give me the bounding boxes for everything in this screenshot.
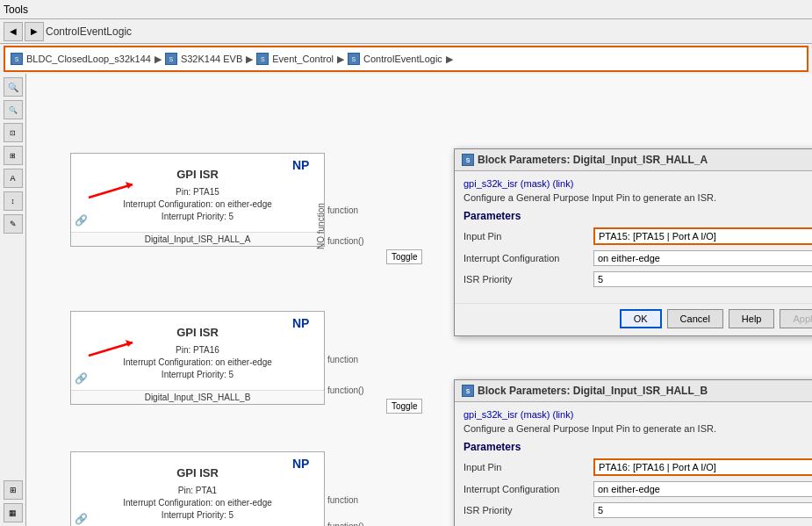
dialog1-interrupt-row: Interrupt Configuration on either-edge ▼ bbox=[463, 250, 812, 266]
dialog2-title: S Block Parameters: Digital_Input_ISR_HA… bbox=[462, 385, 708, 397]
dialog1-icon: S bbox=[462, 154, 474, 166]
block3-priority: Interrupt Priority: 5 bbox=[78, 509, 317, 522]
zoom-in-button[interactable]: 🔍 bbox=[4, 77, 23, 97]
toolbar-label: Tools bbox=[4, 4, 28, 16]
arrow-button[interactable]: ↕ bbox=[4, 191, 23, 211]
block3-title: GPI ISR bbox=[78, 466, 317, 479]
breadcrumb-item-1[interactable]: BLDC_ClosedLoop_s32k144 bbox=[26, 54, 151, 64]
dialog1-isr-dropdown[interactable]: 5 ▼ bbox=[593, 271, 812, 287]
block1-label: Digital_Input_ISR_HALL_A bbox=[71, 232, 324, 246]
zoom-out-button[interactable]: 🔍 bbox=[4, 100, 23, 119]
text-button[interactable]: A bbox=[4, 169, 23, 188]
dialog2-params-header: Parameters bbox=[463, 441, 812, 453]
fit-button[interactable]: ⊡ bbox=[4, 123, 23, 142]
block2-label: Digital_Input_ISR_HALL_B bbox=[71, 390, 324, 404]
dialog1-interrupt-dropdown[interactable]: on either-edge ▼ bbox=[593, 250, 812, 266]
breadcrumb: S BLDC_ClosedLoop_s32k144 ▶ S S32K144 EV… bbox=[4, 46, 808, 72]
block3-pin: Pin: PTA1 bbox=[78, 485, 317, 497]
dialog2-isr-label: ISR Priority bbox=[463, 505, 586, 515]
no-function-label: NO function bbox=[316, 162, 326, 249]
dialog1-input-pin-row: Input Pin PTA15: [PTA15 | Port A I/O] ▼ bbox=[463, 227, 812, 245]
breadcrumb-item-4[interactable]: ControlEventLogic bbox=[363, 54, 442, 64]
dialog2-body: gpi_s32k_isr (mask) (link) Configure a G… bbox=[455, 402, 812, 526]
toolbar: Tools bbox=[0, 0, 812, 19]
bottom-tool-1[interactable]: ⊞ bbox=[4, 480, 23, 500]
breadcrumb-icon-1: S bbox=[11, 53, 23, 65]
toggle-box-1: Toggle bbox=[386, 249, 422, 264]
dialog2-interrupt-control: on either-edge ▼ bbox=[593, 481, 812, 497]
dialog1-titlebar: S Block Parameters: Digital_Input_ISR_HA… bbox=[455, 149, 812, 171]
block3-interrupt: Interrupt Configuration: on either-edge bbox=[78, 497, 317, 509]
function-connector-3: function() bbox=[327, 522, 364, 526]
function-label-3: function bbox=[327, 495, 358, 505]
dialog2-input-pin-row: Input Pin PTA16: [PTA16 | Port A I/O] ▼ bbox=[463, 458, 812, 476]
nav-label: ControlEventLogic bbox=[46, 25, 132, 38]
dialog1-body: gpi_s32k_isr (mask) (link) Configure a G… bbox=[455, 171, 812, 299]
dialog2-input-pin-control: PTA16: [PTA16 | Port A I/O] ▼ bbox=[593, 458, 812, 476]
dialog2-isr-dropdown[interactable]: 5 ▼ bbox=[593, 502, 812, 518]
dialog1-interrupt-label: Interrupt Configuration bbox=[463, 253, 586, 263]
dialog2-input-pin-dropdown[interactable]: PTA16: [PTA16 | Port A I/O] ▼ bbox=[593, 458, 812, 476]
link-icon-3[interactable]: 🔗 bbox=[75, 513, 88, 525]
dialog-1: S Block Parameters: Digital_Input_ISR_HA… bbox=[454, 148, 812, 336]
link-icon-2[interactable]: 🔗 bbox=[75, 372, 88, 385]
dialog2-link[interactable]: gpi_s32k_isr (mask) (link) bbox=[463, 409, 812, 420]
dialog2-icon: S bbox=[462, 385, 474, 397]
svg-text:NP: NP bbox=[292, 158, 309, 172]
dialog1-help-button[interactable]: Help bbox=[729, 309, 775, 328]
bottom-tool-2[interactable]: ▦ bbox=[4, 503, 23, 522]
svg-text:NP: NP bbox=[292, 316, 309, 330]
dialog1-params-header: Parameters bbox=[463, 210, 812, 222]
block2-priority: Interrupt Priority: 5 bbox=[78, 369, 317, 381]
dialog2-interrupt-label: Interrupt Configuration bbox=[463, 484, 586, 494]
dialog1-ok-button[interactable]: OK bbox=[620, 309, 662, 328]
dialog2-interrupt-row: Interrupt Configuration on either-edge ▼ bbox=[463, 481, 812, 497]
block1-priority: Interrupt Priority: 5 bbox=[78, 211, 317, 223]
np-logo-2: NP bbox=[292, 315, 320, 334]
dialog1-buttons: OK Cancel Help Apply bbox=[455, 303, 812, 335]
function-connector-2: function() bbox=[327, 385, 364, 395]
dialog2-input-pin-label: Input Pin bbox=[463, 462, 586, 472]
dialog1-desc: Configure a General Purpose Input Pin to… bbox=[463, 192, 812, 203]
canvas: NP GPI ISR Pin: PTA15 Interrupt Configur… bbox=[26, 74, 812, 526]
nav-forward-button[interactable]: ▶ bbox=[25, 22, 44, 41]
dialog1-title: S Block Parameters: Digital_Input_ISR_HA… bbox=[462, 154, 708, 166]
dialog1-input-pin-control: PTA15: [PTA15 | Port A I/O] ▼ bbox=[593, 227, 812, 245]
breadcrumb-icon-4: S bbox=[348, 53, 360, 65]
dialog1-cancel-button[interactable]: Cancel bbox=[667, 309, 723, 328]
np-logo-3: NP bbox=[292, 456, 320, 474]
function-label-2: function bbox=[327, 355, 358, 364]
link-icon-1[interactable]: 🔗 bbox=[75, 214, 88, 227]
dialog1-apply-button[interactable]: Apply bbox=[780, 309, 812, 328]
breadcrumb-item-3[interactable]: Event_Control bbox=[272, 54, 334, 64]
red-arrow-1 bbox=[80, 171, 150, 206]
dialog1-isr-label: ISR Priority bbox=[463, 274, 586, 285]
dialog1-isr-control: 5 ▼ bbox=[593, 271, 812, 287]
svg-line-4 bbox=[89, 342, 133, 356]
red-arrow-2 bbox=[80, 329, 150, 364]
gpi-block-3: NP GPI ISR Pin: PTA1 Interrupt Configura… bbox=[70, 451, 325, 526]
dialog2-desc: Configure a General Purpose Input Pin to… bbox=[463, 423, 812, 434]
dialog1-isr-row: ISR Priority 5 ▼ bbox=[463, 271, 812, 287]
dialog1-input-pin-dropdown[interactable]: PTA15: [PTA15 | Port A I/O] ▼ bbox=[593, 227, 812, 245]
breadcrumb-icon-2: S bbox=[165, 53, 177, 65]
function-label-1: function bbox=[327, 205, 358, 215]
svg-line-1 bbox=[89, 184, 133, 198]
dialog2-isr-control: 5 ▼ bbox=[593, 502, 812, 518]
dialog2-interrupt-dropdown[interactable]: on either-edge ▼ bbox=[593, 481, 812, 497]
grid-button[interactable]: ⊞ bbox=[4, 146, 23, 165]
dialog1-link[interactable]: gpi_s32k_isr (mask) (link) bbox=[463, 178, 812, 189]
dialog2-titlebar: S Block Parameters: Digital_Input_ISR_HA… bbox=[455, 380, 812, 402]
nav-back-button[interactable]: ◀ bbox=[4, 22, 23, 41]
nav-bar: ◀ ▶ ControlEventLogic bbox=[0, 19, 812, 44]
breadcrumb-item-2[interactable]: S32K144 EVB bbox=[181, 54, 242, 64]
function-connector-1: function() bbox=[327, 236, 364, 246]
tool-button[interactable]: ✎ bbox=[4, 214, 23, 234]
dialog1-interrupt-control: on either-edge ▼ bbox=[593, 250, 812, 266]
dialog1-input-pin-label: Input Pin bbox=[463, 231, 586, 241]
breadcrumb-icon-3: S bbox=[256, 53, 269, 65]
dialog-2: S Block Parameters: Digital_Input_ISR_HA… bbox=[454, 379, 812, 526]
dialog2-isr-row: ISR Priority 5 ▼ bbox=[463, 502, 812, 518]
gpi-block-1: NP GPI ISR Pin: PTA15 Interrupt Configur… bbox=[70, 153, 325, 247]
toggle-box-2: Toggle bbox=[386, 399, 422, 414]
